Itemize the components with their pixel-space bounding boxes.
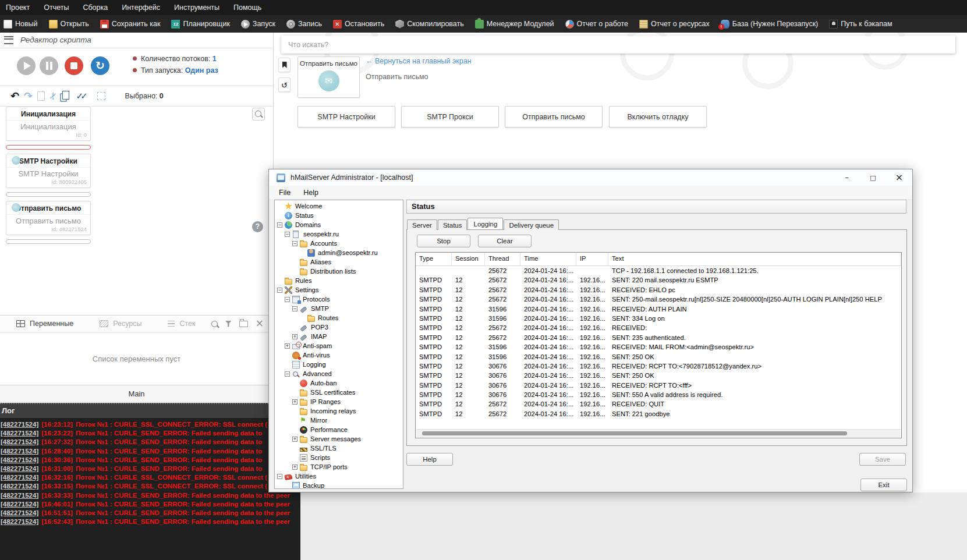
log-table[interactable]: TypeSessionThreadTimeIPText256722024-01-… xyxy=(415,252,902,438)
navigation-tree[interactable]: WelcomeStatus−Domains−seospektr.ru−Accou… xyxy=(274,200,403,489)
tree-expander[interactable]: + xyxy=(285,343,290,349)
tree-expander[interactable]: − xyxy=(285,232,290,237)
folder-icon[interactable] xyxy=(239,321,248,327)
help-button-hmail[interactable]: Help xyxy=(406,453,453,466)
tree-item[interactable]: Backup xyxy=(275,481,403,489)
log-table-row[interactable]: SMTPD12256722024-01-24 16:...192.16...RE… xyxy=(416,323,901,332)
tree-item[interactable]: Mirror xyxy=(275,416,403,425)
tree-expander[interactable]: − xyxy=(292,241,297,246)
tree-expander[interactable]: − xyxy=(277,288,282,293)
tree-expander[interactable]: − xyxy=(285,371,290,377)
script-block[interactable]: ИнициализацияИнициализацияId: 0 xyxy=(6,107,91,141)
toolbar-button[interactable]: Планировщик xyxy=(171,20,229,29)
tree-item[interactable]: Welcome xyxy=(275,201,403,211)
tab-resources[interactable]: Ресурсы xyxy=(100,320,141,328)
toolbar-button[interactable]: Отчет о ресурсах xyxy=(639,20,710,29)
tree-item[interactable]: +IP Ranges xyxy=(275,397,403,406)
log-table-row[interactable]: SMTPD12306762024-01-24 16:...192.16...RE… xyxy=(416,381,901,390)
hamburger-menu-icon[interactable] xyxy=(4,36,13,44)
bookmark-button[interactable] xyxy=(278,58,291,72)
script-block[interactable]: SMTP НастройкиSMTP НастройкиId: 80092240… xyxy=(6,154,91,188)
menu-item[interactable]: Помощь xyxy=(233,3,261,12)
thread-id-link[interactable]: [482271524] xyxy=(1,465,38,472)
thread-id-link[interactable]: [482271524] xyxy=(1,456,38,463)
column-header[interactable]: IP xyxy=(576,253,608,265)
block-connector[interactable] xyxy=(6,145,91,150)
tree-item[interactable]: Aliases xyxy=(275,257,403,267)
tree-item[interactable]: −Settings xyxy=(275,285,403,295)
action-button[interactable]: SMTP Прокси xyxy=(401,106,499,127)
tab-stack[interactable]: Стек xyxy=(168,320,195,328)
tab-delivery-queue[interactable]: Delivery queue xyxy=(504,219,559,230)
column-header[interactable]: Type xyxy=(416,253,452,265)
action-button[interactable]: Включить отладку xyxy=(609,106,707,127)
column-header[interactable]: Thread xyxy=(485,253,520,265)
menu-item[interactable]: Проект xyxy=(6,3,30,12)
log-table-row[interactable]: SMTPD12315962024-01-24 16:...192.16...RE… xyxy=(416,342,901,352)
tree-item[interactable]: Scripts xyxy=(275,453,403,462)
window-titlebar[interactable]: hMailServer Administrator - [localhost] xyxy=(269,169,912,186)
canvas-search-button[interactable] xyxy=(252,108,265,120)
menu-item[interactable]: Интерфейс xyxy=(122,3,160,12)
column-header[interactable]: Text xyxy=(608,253,901,265)
log-table-row[interactable]: SMTPD12256722024-01-24 16:...192.16...SE… xyxy=(416,409,901,419)
tree-item[interactable]: SSL/TLS xyxy=(275,444,403,453)
tree-item[interactable]: Logging xyxy=(275,360,403,369)
log-table-row[interactable]: SMTPD12315962024-01-24 16:...192.16...SE… xyxy=(416,314,901,323)
tree-item[interactable]: POP3 xyxy=(275,322,403,332)
tree-item[interactable]: Auto-ban xyxy=(275,378,403,388)
toolbar-button[interactable]: Менеджер Модулей xyxy=(475,20,554,29)
restart-button[interactable] xyxy=(91,56,109,75)
thread-id-link[interactable]: [482271524] xyxy=(1,518,38,525)
block-connector[interactable] xyxy=(6,239,91,244)
stop-button[interactable] xyxy=(65,56,83,75)
log-table-row[interactable]: SMTPD12256722024-01-24 16:...192.16...SE… xyxy=(416,333,901,342)
tree-item[interactable]: −Domains xyxy=(275,220,403,229)
play-button[interactable] xyxy=(17,56,36,75)
log-table-row[interactable]: SMTPD12306762024-01-24 16:...192.16...SE… xyxy=(416,390,901,399)
column-header[interactable]: Time xyxy=(520,253,576,265)
tree-expander[interactable]: + xyxy=(292,437,297,442)
pause-button[interactable] xyxy=(40,56,58,75)
horizontal-scrollbar[interactable] xyxy=(416,429,901,437)
back-link[interactable]: ← Вернуться на главный экран xyxy=(366,57,472,65)
thread-id-link[interactable]: [482271524] xyxy=(1,421,38,428)
tree-item[interactable]: SSL certificates xyxy=(275,388,403,397)
log-table-row[interactable]: SMTPD12256722024-01-24 16:...192.16...RE… xyxy=(416,399,901,409)
toolbar-button[interactable]: Запуск xyxy=(241,20,275,29)
tree-item[interactable]: Anti-virus xyxy=(275,350,403,360)
tree-item[interactable]: −Protocols xyxy=(275,295,403,304)
tree-expander[interactable]: − xyxy=(277,222,282,228)
log-body[interactable]: [482271524][16:23:12]Поток №1 : CURLE_SS… xyxy=(0,418,300,560)
thread-id-link[interactable]: [482271524] xyxy=(1,438,38,445)
tab-main[interactable]: Main xyxy=(0,385,273,402)
tree-item[interactable]: +Anti-spam xyxy=(275,341,403,350)
log-table-row[interactable]: SMTPD12315962024-01-24 16:...192.16...SE… xyxy=(416,352,901,361)
selection-icon[interactable] xyxy=(97,92,105,100)
menu-item[interactable]: Отчеты xyxy=(44,3,69,12)
log-table-row[interactable]: SMTPD12256722024-01-24 16:...192.16...SE… xyxy=(416,275,901,285)
tree-item[interactable]: −SMTP xyxy=(275,304,403,313)
thread-id-link[interactable]: [482271524] xyxy=(1,474,38,481)
copy-icon[interactable] xyxy=(62,91,69,100)
tree-item[interactable]: Incoming relays xyxy=(275,406,403,416)
undo-icon[interactable] xyxy=(10,91,19,102)
script-canvas[interactable]: ? ИнициализацияИнициализацияId: 0SMTP На… xyxy=(0,107,273,315)
tree-expander[interactable]: + xyxy=(292,465,297,470)
filter-icon[interactable] xyxy=(225,321,232,327)
scrollbar-thumb[interactable] xyxy=(422,431,847,435)
thread-id-link[interactable]: [482271524] xyxy=(1,483,38,490)
send-mail-card[interactable]: Отправить письмо xyxy=(297,56,360,98)
tree-item[interactable]: admin@seospektr.ru xyxy=(275,248,403,257)
tree-item[interactable]: −Utilities xyxy=(275,472,403,481)
search-input[interactable] xyxy=(281,36,955,54)
tree-expander[interactable]: − xyxy=(285,297,290,302)
tree-expander[interactable]: + xyxy=(292,399,297,405)
exit-button[interactable]: Exit xyxy=(860,479,907,491)
tree-item[interactable]: −seospektr.ru xyxy=(275,229,403,239)
log-table-row[interactable]: SMTPD12306762024-01-24 16:...192.16...RE… xyxy=(416,361,901,371)
tree-item[interactable]: +TCP/IP ports xyxy=(275,462,403,472)
thread-id-link[interactable]: [482271524] xyxy=(1,430,38,437)
toolbar-button[interactable]: Новый xyxy=(3,20,38,29)
tab-logging[interactable]: Logging xyxy=(467,218,503,229)
